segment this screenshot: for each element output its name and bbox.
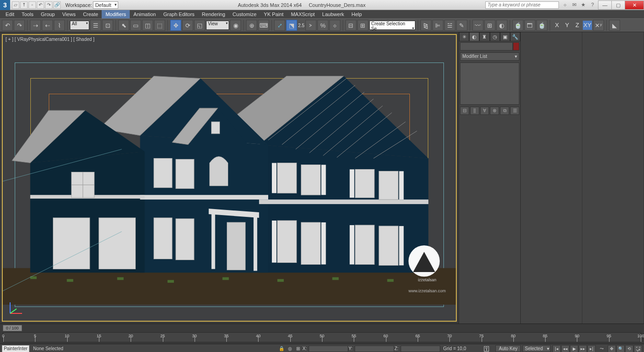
help-search-input[interactable] (485, 1, 559, 9)
stack-btn-5[interactable]: ☰ (510, 107, 519, 115)
selection-filter-dropdown[interactable]: All (70, 21, 89, 30)
key-target-dropdown[interactable]: Selected (523, 345, 551, 352)
modifier-stack[interactable] (460, 62, 519, 105)
autokey-button[interactable]: Auto Key (495, 345, 521, 352)
menu-laubwerk[interactable]: Laubwerk (318, 10, 348, 18)
favorites-icon[interactable]: ★ (580, 2, 586, 8)
stack-btn-3[interactable]: ⊗ (490, 107, 499, 115)
goto-end-icon[interactable]: ▸| (587, 345, 596, 352)
coord-z-input[interactable] (401, 346, 440, 352)
object-name-input[interactable] (460, 42, 513, 51)
menu-yk-paint[interactable]: YK Paint (260, 10, 288, 18)
select-rotate-icon[interactable]: ⟳ (182, 20, 193, 31)
lock-selection-icon[interactable]: 🔒 (277, 346, 286, 351)
goto-start-icon[interactable]: |◂ (552, 345, 561, 352)
painter-button[interactable]: PainterInter (2, 345, 29, 352)
use-center-icon[interactable]: ◉ (230, 20, 241, 31)
angle-snap-icon[interactable]: ⬔ (286, 20, 297, 31)
close-button[interactable]: ✕ (625, 0, 644, 10)
tab-modify-icon[interactable]: ◐ (469, 32, 479, 41)
undo-icon[interactable]: ↶ (2, 20, 13, 31)
tab-display-icon[interactable]: ▣ (500, 32, 510, 41)
minimize-button[interactable]: — (598, 0, 612, 10)
align-icon[interactable]: ⊫ (432, 20, 443, 31)
mirror-icon[interactable]: ⧎ (420, 20, 431, 31)
layers-icon[interactable]: ☱ (444, 20, 455, 31)
crossing-icon[interactable]: ⊡ (102, 20, 113, 31)
stack-btn-2[interactable]: ∀ (480, 107, 489, 115)
qat-redo-icon[interactable]: ↷ (45, 1, 52, 9)
rendered-frame-icon[interactable]: 🗔 (524, 20, 535, 31)
modifier-list-dropdown[interactable]: Modifier List (460, 52, 519, 61)
menu-edit[interactable]: Edit (2, 10, 18, 18)
link-icon[interactable]: ⇢ (30, 20, 41, 31)
snap-toggle-icon[interactable]: ⤢ (274, 20, 285, 31)
time-config-icon[interactable]: ⤳ (598, 346, 606, 351)
select-scale-icon[interactable]: ◱ (194, 20, 205, 31)
maximize-button[interactable]: ▢ (611, 0, 625, 10)
menu-tools[interactable]: Tools (18, 10, 37, 18)
viewport[interactable]: [ + ] [ VRayPhysicalCamera001 ] [ Shaded… (2, 34, 457, 322)
menu-create[interactable]: Create (79, 10, 102, 18)
menu-modifiers[interactable]: Modifiers (102, 10, 130, 18)
prev-frame-icon[interactable]: ◂◂ (561, 345, 569, 352)
ref-coord-dropdown[interactable]: View (206, 21, 229, 30)
keyboard-shortcut-icon[interactable]: ⌨ (258, 20, 269, 31)
redo-icon[interactable]: ↷ (14, 20, 25, 31)
render-setup-icon[interactable]: 🍵 (512, 20, 523, 31)
app-logo-icon[interactable]: 3 (0, 0, 10, 10)
axis-z[interactable]: Z (573, 21, 582, 30)
extra-tool-icon[interactable]: ◣ (609, 20, 620, 31)
axis-y[interactable]: Y (563, 21, 572, 30)
unlink-icon[interactable]: ⇠ (42, 20, 53, 31)
next-frame-icon[interactable]: ▸▸ (579, 345, 587, 352)
menu-maxscript[interactable]: MAXScript (287, 10, 318, 18)
schematic-icon[interactable]: ⊞ (484, 20, 495, 31)
axis-lock-icon[interactable]: ✕ʸ (593, 20, 604, 31)
tab-create-icon[interactable]: ✳ (459, 32, 469, 41)
select-region-icon[interactable]: ◫ (142, 20, 153, 31)
nav-pan-icon[interactable]: ✥ (608, 345, 616, 352)
tab-motion-icon[interactable]: ◷ (490, 32, 500, 41)
curve-editor-icon[interactable]: 〰 (472, 20, 483, 31)
bind-space-warp-icon[interactable]: ⌇ (54, 20, 65, 31)
menu-help[interactable]: Help (348, 10, 366, 18)
gutter-col-1[interactable] (521, 32, 582, 324)
subscription-icon[interactable]: ⟐ (562, 2, 568, 8)
qat-save-icon[interactable]: ▫ (29, 1, 36, 9)
time-slider-handle[interactable]: 0 / 100 (3, 325, 22, 331)
nav-zoom-icon[interactable]: 🔍 (616, 345, 625, 352)
select-move-icon[interactable]: ✥ (170, 20, 181, 31)
key-mode-icon[interactable]: ⚿ (483, 345, 491, 352)
named-sel-prev-icon[interactable]: ⊟ (345, 20, 356, 31)
menu-customize[interactable]: Customize (229, 10, 260, 18)
nav2-zoom-extents-icon[interactable]: ⤢ (637, 347, 642, 352)
material-editor-icon[interactable]: ◐ (496, 20, 507, 31)
coord-y-input[interactable] (355, 346, 394, 352)
play-icon[interactable]: ▶ (570, 345, 578, 352)
time-ruler[interactable]: 0510152025303540455055606570758085909510… (3, 332, 641, 342)
qat-undo-icon[interactable]: ↶ (37, 1, 44, 9)
select-name-icon[interactable]: ▭ (130, 20, 141, 31)
help-icon[interactable]: ? (589, 2, 596, 8)
workspace-dropdown[interactable]: Default (93, 1, 118, 9)
isolate-icon[interactable]: ◎ (286, 346, 294, 351)
select-object-icon[interactable]: ⬉ (118, 20, 129, 31)
communication-icon[interactable]: ✉ (571, 2, 577, 8)
render-prod-icon[interactable]: 🍵 (536, 20, 547, 31)
gutter-col-2[interactable] (582, 32, 644, 324)
menu-rendering[interactable]: Rendering (198, 10, 229, 18)
graphite-icon[interactable]: ✎ (456, 20, 467, 31)
menu-views[interactable]: Views (58, 10, 79, 18)
coord-x-input[interactable] (309, 346, 348, 352)
stack-btn-0[interactable]: ⊟ (460, 107, 469, 115)
object-color-swatch[interactable] (513, 42, 519, 51)
tab-hierarchy-icon[interactable]: ♜ (479, 32, 489, 41)
edit-named-sel-icon[interactable]: ⟐ (329, 20, 340, 31)
qat-new-icon[interactable]: ▱ (12, 1, 19, 9)
tab-utilities-icon[interactable]: 🔧 (510, 32, 520, 41)
window-crossing-icon[interactable]: ⬚ (154, 20, 165, 31)
named-selection-dropdown[interactable]: Create Selection Se (369, 21, 415, 30)
select-manip-icon[interactable]: ⊕ (246, 20, 257, 31)
filterlist-icon[interactable]: ☰ (90, 20, 101, 31)
